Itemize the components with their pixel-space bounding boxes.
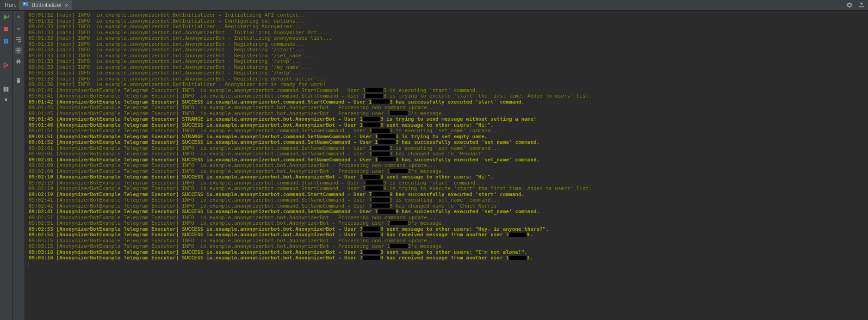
redacted-span	[509, 256, 527, 260]
log-line: 09:02:51 [AnonymizerBotExample Telegram …	[29, 221, 864, 227]
run-tab[interactable]: BotInitializer ×	[19, 0, 72, 10]
down-icon[interactable]	[15, 25, 22, 32]
log-line: 09:02:41 [AnonymizerBotExample Telegram …	[29, 209, 864, 215]
tab-label: BotInitializer	[31, 2, 62, 8]
log-line: 09:01:45 [AnonymizerBotExample Telegram …	[29, 117, 864, 123]
separator	[15, 71, 22, 71]
redacted-span	[378, 140, 396, 144]
redacted-span	[363, 227, 380, 231]
redacted-span	[390, 221, 408, 225]
log-line: 09:02:19 [AnonymizerBotExample Telegram …	[29, 186, 864, 192]
log-line: 09:01:33 [main] INFO io.example.anonymiz…	[29, 70, 864, 76]
soft-wrap-icon[interactable]	[15, 36, 22, 43]
redacted-span	[372, 152, 390, 156]
log-line: 09:01:33 [main] INFO io.example.anonymiz…	[29, 36, 864, 42]
exit-icon[interactable]	[2, 62, 10, 69]
log-line: 09:01:45 [AnonymizerBotExample Telegram …	[29, 105, 864, 111]
svg-rect-3	[4, 27, 8, 31]
redacted-span	[372, 203, 390, 208]
clear-icon[interactable]	[15, 77, 22, 84]
log-line: 09:01:33 [main] INFO io.example.anonymiz…	[29, 59, 864, 65]
print-icon[interactable]	[15, 58, 22, 65]
log-line: 09:03:16 [AnonymizerBotExample Telegram …	[29, 255, 864, 261]
close-icon[interactable]: ×	[65, 2, 68, 9]
rerun-icon[interactable]	[2, 13, 10, 21]
redacted-span	[390, 111, 408, 115]
redacted-span	[363, 123, 380, 127]
log-line: 09:02:41 [AnonymizerBotExample Telegram …	[29, 197, 864, 203]
log-line: 09:01:52 [AnonymizerBotExample Telegram …	[29, 140, 864, 146]
svg-rect-4	[4, 39, 6, 44]
svg-rect-5	[6, 39, 8, 44]
svg-rect-10	[17, 62, 19, 64]
log-line: 09:01:33 [main] INFO io.example.anonymiz…	[29, 24, 864, 30]
log-line: 09:01:36 [main] INFO io.example.anonymiz…	[29, 82, 864, 88]
application-icon	[23, 1, 29, 9]
log-line: 09:01:41 [AnonymizerBotExample Telegram …	[29, 93, 864, 99]
pause-icon[interactable]	[2, 37, 10, 45]
log-line: 09:01:32 [main] INFO io.example.anonymiz…	[29, 12, 864, 18]
svg-rect-6	[4, 87, 6, 92]
log-line: 09:01:51 [AnonymizerBotExample Telegram …	[29, 128, 864, 134]
redacted-span	[363, 250, 380, 254]
redacted-span	[363, 117, 380, 121]
log-line: 09:02:10 [AnonymizerBotExample Telegram …	[29, 174, 864, 180]
redacted-span	[378, 157, 396, 161]
redacted-span	[372, 99, 390, 104]
scroll-to-end-icon[interactable]	[15, 47, 22, 54]
redacted-span	[366, 186, 383, 191]
run-tabbar: Run: BotInitializer ×	[0, 0, 868, 11]
stop-icon[interactable]	[2, 25, 10, 33]
console-toolbar	[12, 11, 25, 320]
caret	[29, 261, 29, 267]
redacted-span	[378, 209, 396, 214]
dump-threads-icon[interactable]	[2, 86, 10, 93]
redacted-span	[390, 244, 408, 248]
up-icon[interactable]	[15, 13, 22, 21]
left-gutter	[0, 11, 12, 320]
redacted-span	[372, 129, 390, 133]
log-line: 09:02:01 [AnonymizerBotExample Telegram …	[29, 151, 864, 157]
redacted-span	[509, 233, 527, 237]
redacted-span	[372, 192, 390, 196]
svg-rect-0	[23, 2, 28, 6]
hide-icon[interactable]	[858, 1, 865, 9]
settings-icon[interactable]	[846, 1, 853, 9]
redacted-span	[363, 256, 380, 260]
pin-icon[interactable]	[2, 98, 10, 105]
redacted-span	[372, 198, 390, 202]
svg-rect-2	[859, 6, 864, 7]
redacted-span	[366, 94, 383, 98]
svg-rect-7	[6, 87, 8, 92]
redacted-span	[390, 169, 408, 173]
redacted-span	[366, 180, 383, 185]
log-line: 09:02:54 [AnonymizerBotExample Telegram …	[29, 232, 864, 238]
run-label: Run:	[2, 2, 19, 8]
svg-rect-1	[24, 3, 25, 4]
log-line: 09:03:15 [AnonymizerBotExample Telegram …	[29, 244, 864, 250]
redacted-span	[378, 134, 396, 138]
redacted-span	[366, 88, 383, 92]
console-output[interactable]: 09:01:32 [main] INFO io.example.anonymiz…	[25, 11, 868, 320]
redacted-span	[363, 175, 380, 179]
log-line: 09:01:33 [main] INFO io.example.anonymiz…	[29, 47, 864, 53]
log-line: 09:02:09 [AnonymizerBotExample Telegram …	[29, 163, 864, 169]
redacted-span	[372, 146, 390, 150]
redacted-span	[363, 233, 380, 237]
svg-rect-9	[17, 59, 19, 61]
